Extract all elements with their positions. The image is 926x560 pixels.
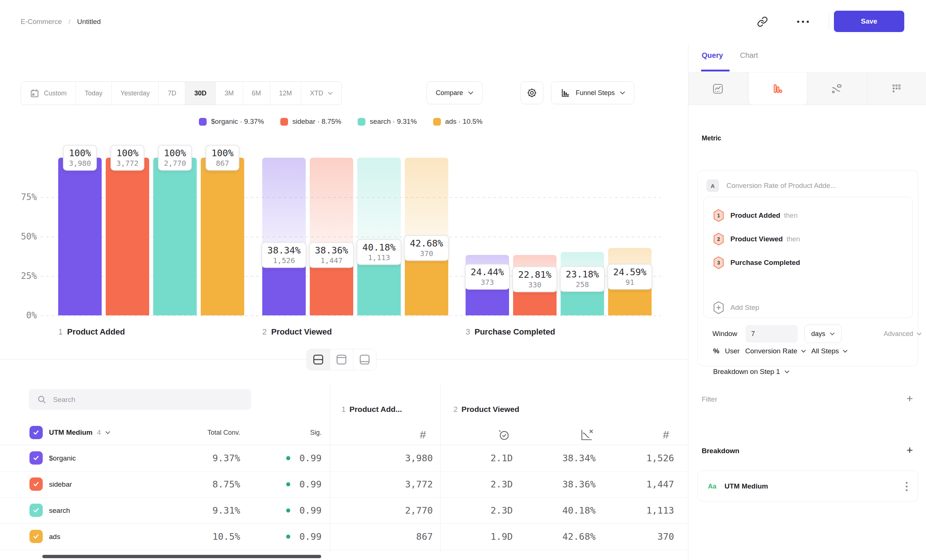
step-connector: then	[784, 212, 797, 219]
step2-rate-value: 40.18%	[522, 497, 596, 524]
measure-entity[interactable]: User	[725, 347, 740, 355]
y-axis-tick: 25%	[15, 271, 37, 281]
save-button[interactable]: Save	[834, 11, 904, 32]
measure-type-dropdown[interactable]: Conversion Rate	[745, 347, 806, 355]
step-axis-label-1: 1Product Added	[58, 327, 125, 337]
breakdown-on-dropdown[interactable]: Breakdown on Step 1	[713, 365, 789, 378]
table-step1-header: 1Product Add...	[342, 405, 402, 414]
bar-value-label: 100%867	[206, 145, 239, 171]
y-axis-tick: 50%	[15, 232, 37, 242]
breakdown-item-card[interactable]: Aa UTM Medium	[697, 471, 918, 501]
window-unit-select[interactable]: days	[805, 325, 842, 343]
sig-value: 0.99	[248, 497, 322, 524]
table-row-sidebar: sidebar 8.75% 0.99 3,772 2.3D 38.36% 1,4…	[0, 471, 688, 498]
bar-value-label: 24.59%91	[607, 264, 652, 289]
row-checkbox[interactable]	[29, 504, 43, 517]
layout-toggle-group	[306, 349, 377, 370]
total-conv-value: 10.5%	[166, 524, 240, 550]
step-axis-label-3: 3Purchase Completed	[466, 327, 555, 337]
time-to-convert-column-icon[interactable]	[497, 428, 511, 442]
layout-split-button[interactable]	[307, 349, 330, 370]
copy-link-button[interactable]	[752, 12, 772, 32]
group-count: 4	[97, 428, 101, 437]
breadcrumb: E-Commerce / Untitled	[21, 0, 101, 43]
bar-value-label: 100%3,980	[63, 145, 97, 171]
funnel-bars-icon	[771, 83, 784, 95]
step2-time-value: 2.1D	[439, 445, 513, 471]
count-column-icon[interactable]: #	[420, 428, 426, 441]
report-title[interactable]: Untitled	[77, 18, 101, 26]
tab-insights-report[interactable]	[688, 73, 748, 104]
tab-chart[interactable]: Chart	[740, 51, 758, 60]
breadcrumb-project[interactable]: E-Commerce	[21, 18, 62, 26]
tab-retention-report[interactable]	[867, 73, 926, 104]
tab-flows-report[interactable]	[807, 73, 867, 104]
y-axis-tick: 75%	[15, 192, 37, 202]
row-checkbox[interactable]	[29, 530, 43, 543]
row-checkbox[interactable]	[29, 451, 43, 465]
total-conv-header[interactable]: Total Conv.	[166, 429, 240, 437]
y-axis-tick: 0%	[15, 310, 37, 321]
step2-name: Product Viewed	[461, 405, 519, 413]
sig-value: 0.99	[248, 524, 322, 550]
breadcrumb-separator: /	[68, 18, 70, 26]
row-label: ads	[49, 524, 61, 550]
layout-table-only-button[interactable]	[353, 349, 376, 370]
advanced-toggle[interactable]: Advanced	[884, 330, 921, 338]
funnel-bar-step1-organic[interactable]	[58, 158, 102, 315]
table-row-search: search 9.31% 0.99 2,770 2.3D 40.18% 1,11…	[0, 497, 688, 524]
query-step-1[interactable]: 1 Product Added then	[704, 204, 913, 227]
layout-top-bar-icon	[336, 354, 347, 365]
tab-query[interactable]: Query	[702, 51, 723, 60]
table-horizontal-scrollbar[interactable]	[42, 555, 321, 558]
count-column-icon[interactable]: #	[663, 428, 669, 441]
step1-count-value: 867	[359, 524, 433, 550]
window-value-input[interactable]	[746, 325, 798, 343]
step2-number: 2	[454, 405, 458, 413]
step-number-hexagon: 1	[713, 209, 725, 222]
query-step-3[interactable]: 3 Purchase Completed	[704, 251, 913, 274]
step2-count-value: 1,113	[601, 497, 674, 524]
bar-value-label: 100%3,772	[110, 145, 144, 171]
step2-rate-value: 38.34%	[522, 445, 596, 471]
funnel-bar-step1-ads[interactable]	[201, 158, 244, 315]
sig-value: 0.99	[248, 445, 322, 471]
link-icon	[757, 16, 768, 27]
bar-value-label: 38.34%1,526	[262, 242, 306, 268]
tab-funnels-report[interactable]	[748, 73, 808, 105]
step-number-hexagon: 3	[713, 256, 725, 269]
row-checkbox[interactable]	[29, 477, 43, 491]
funnel-bar-step1-search[interactable]	[153, 158, 197, 315]
total-conv-value: 9.37%	[166, 445, 240, 471]
row-label: sidebar	[49, 471, 72, 497]
chevron-down-icon	[105, 431, 110, 434]
search-input[interactable]	[52, 389, 245, 410]
query-step-2[interactable]: 2 Product Viewed then	[704, 227, 913, 251]
step2-time-value: 2.3D	[439, 497, 513, 524]
table-row-ads: ads 10.5% 0.99 867 1.9D 42.68% 370	[0, 524, 688, 550]
sig-header[interactable]: Sig.	[248, 429, 322, 437]
group-column-header[interactable]: UTM Medium 4	[49, 426, 110, 439]
measure-scope-dropdown[interactable]: All Steps	[811, 347, 847, 355]
metric-section-label: Metric	[702, 135, 721, 142]
step-event-name: Purchase Completed	[731, 259, 800, 267]
bar-value-label: 40.18%1,113	[357, 239, 401, 265]
metric-title: Conversion Rate of Product Adde...	[726, 182, 836, 190]
bar-value-label: 24.44%373	[465, 264, 510, 290]
metric-title-row[interactable]: A Conversion Rate of Product Adde...	[698, 179, 918, 192]
funnel-bar-step1-sidebar[interactable]	[106, 158, 149, 315]
string-property-icon: Aa	[708, 483, 716, 490]
row-label: $organic	[49, 445, 76, 471]
conversion-rate-column-icon[interactable]	[579, 427, 595, 442]
bar-value-label: 42.68%370	[404, 235, 449, 261]
funnel-steps-card: 1 Product Added then 2 Product Viewed th…	[704, 197, 913, 318]
more-options-button[interactable]	[793, 12, 813, 32]
add-filter-button[interactable]: +	[906, 393, 913, 404]
add-breakdown-button[interactable]: +	[906, 445, 913, 456]
window-label: Window	[713, 330, 737, 338]
select-all-checkbox[interactable]	[29, 426, 43, 439]
topbar-divider	[829, 14, 829, 30]
layout-chart-only-button[interactable]	[330, 349, 353, 370]
step2-rate-value: 38.36%	[522, 471, 596, 497]
kebab-menu-icon[interactable]	[906, 482, 908, 491]
